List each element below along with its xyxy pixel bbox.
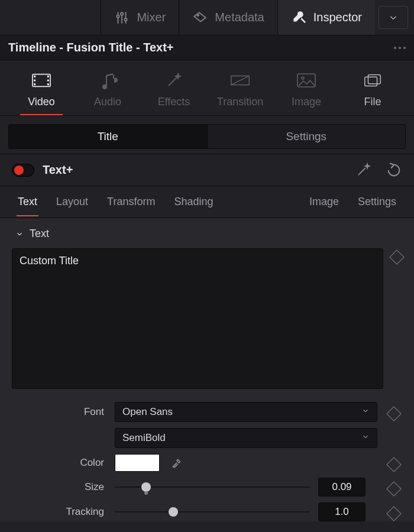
toolbar-mixer[interactable]: Mixer — [101, 0, 179, 35]
wand-icon — [164, 71, 184, 90]
toolbar-inspector-label: Inspector — [313, 11, 362, 24]
svg-point-1 — [117, 15, 119, 17]
plugin-enable-toggle[interactable] — [12, 164, 34, 177]
tab-audio[interactable]: Audio — [75, 71, 141, 115]
svg-point-6 — [198, 14, 199, 16]
plugin-name: Text+ — [43, 163, 73, 177]
plugin-header: Text+ — [0, 154, 414, 186]
subtab-layout[interactable]: Layout — [55, 187, 89, 216]
tab-effects[interactable]: Effects — [141, 71, 207, 115]
keyframe-diamond[interactable] — [386, 481, 401, 496]
tab-file-label: File — [364, 96, 381, 108]
subtab-text[interactable]: Text — [17, 187, 38, 216]
keyframe-diamond[interactable] — [386, 406, 401, 421]
segmented-row: Title Settings — [0, 116, 414, 154]
svg-line-22 — [358, 168, 366, 175]
svg-point-9 — [34, 76, 35, 77]
plugin-subtabs: Text Layout Transform Shading Image Sett… — [0, 186, 414, 218]
music-note-icon — [98, 71, 118, 90]
subtab-transform[interactable]: Transform — [106, 187, 156, 216]
color-label: Color — [12, 457, 106, 469]
tab-transition-label: Transition — [217, 96, 263, 108]
toolbar-metadata[interactable]: Metadata — [179, 0, 277, 35]
keyframe-diamond[interactable] — [386, 457, 401, 472]
reset-icon[interactable] — [386, 162, 402, 179]
keyframe-diamond[interactable] — [386, 506, 401, 521]
tab-image-label: Image — [292, 96, 321, 108]
segment-settings-label: Settings — [286, 130, 326, 143]
toolbar-inspector[interactable]: Inspector — [277, 0, 375, 35]
svg-point-3 — [121, 12, 123, 15]
segmented-control: Title Settings — [8, 124, 406, 149]
svg-rect-20 — [365, 77, 377, 86]
svg-rect-18 — [297, 74, 315, 87]
svg-point-5 — [125, 18, 127, 21]
tracking-value: 1.0 — [335, 506, 349, 518]
chevron-down-icon — [361, 406, 370, 418]
magic-wand-icon[interactable] — [355, 162, 371, 179]
svg-rect-7 — [300, 18, 306, 23]
tools-icon — [291, 10, 306, 25]
inspector-category-tabs: Video Audio Effects Transition Imag — [0, 60, 414, 116]
subtab-settings[interactable]: Settings — [357, 187, 397, 216]
svg-rect-21 — [368, 75, 380, 84]
font-label: Font — [12, 406, 106, 418]
chevron-down-icon — [15, 230, 24, 238]
font-weight-value: SemiBold — [122, 432, 166, 444]
tab-video-label: Video — [28, 96, 55, 108]
sliders-icon — [114, 10, 130, 25]
chevron-down-icon — [361, 432, 370, 444]
tab-effects-label: Effects — [158, 96, 190, 108]
clip-title-bar: Timeline - Fusion Title - Text+ — [0, 35, 414, 60]
file-stack-icon — [363, 71, 383, 90]
section-text-header[interactable]: Text — [15, 228, 402, 240]
text-panel: Text Font Open Sans SemiBold — [0, 218, 414, 521]
keyframe-diamond[interactable] — [389, 249, 404, 264]
svg-point-19 — [302, 77, 304, 79]
tab-transition[interactable]: Transition — [207, 71, 273, 115]
size-label: Size — [12, 481, 106, 493]
styled-text-input[interactable] — [12, 248, 383, 389]
size-value-input[interactable]: 0.09 — [318, 478, 366, 497]
transition-icon — [230, 71, 250, 90]
toolbar-metadata-label: Metadata — [215, 11, 264, 24]
subtab-image[interactable]: Image — [308, 187, 340, 216]
toolbar-overflow-dropdown[interactable] — [379, 6, 408, 29]
svg-line-15 — [169, 77, 177, 86]
image-icon — [296, 71, 316, 90]
svg-point-11 — [47, 76, 48, 77]
tab-video[interactable]: Video — [8, 71, 75, 115]
top-toolbar: Mixer Metadata Inspector — [0, 0, 414, 35]
svg-point-10 — [34, 84, 35, 85]
more-icon[interactable] — [394, 47, 406, 49]
tab-image[interactable]: Image — [273, 71, 339, 115]
size-value: 0.09 — [332, 481, 351, 493]
tracking-label: Tracking — [12, 506, 106, 518]
tracking-value-input[interactable]: 1.0 — [318, 502, 366, 521]
tab-file[interactable]: File — [339, 71, 406, 115]
svg-point-14 — [47, 80, 48, 81]
font-family-select[interactable]: Open Sans — [115, 402, 377, 422]
segment-title[interactable]: Title — [9, 125, 207, 148]
size-slider[interactable] — [115, 478, 310, 496]
tag-icon — [192, 10, 208, 25]
font-family-value: Open Sans — [122, 406, 173, 418]
svg-line-17 — [231, 76, 249, 85]
tab-audio-label: Audio — [94, 96, 121, 108]
segment-title-label: Title — [98, 130, 118, 143]
font-weight-select[interactable]: SemiBold — [115, 428, 377, 448]
section-text-label: Text — [30, 228, 49, 240]
tracking-slider[interactable] — [115, 503, 310, 521]
filmstrip-icon — [31, 71, 51, 90]
toolbar-mixer-label: Mixer — [137, 11, 166, 24]
chevron-down-icon — [388, 12, 399, 23]
eyedropper-icon[interactable] — [170, 456, 183, 469]
segment-settings[interactable]: Settings — [207, 125, 406, 148]
clip-title: Timeline - Fusion Title - Text+ — [8, 41, 174, 54]
svg-point-13 — [34, 80, 35, 81]
subtab-shading[interactable]: Shading — [173, 187, 214, 216]
svg-point-12 — [47, 84, 48, 85]
color-swatch[interactable] — [115, 454, 160, 472]
